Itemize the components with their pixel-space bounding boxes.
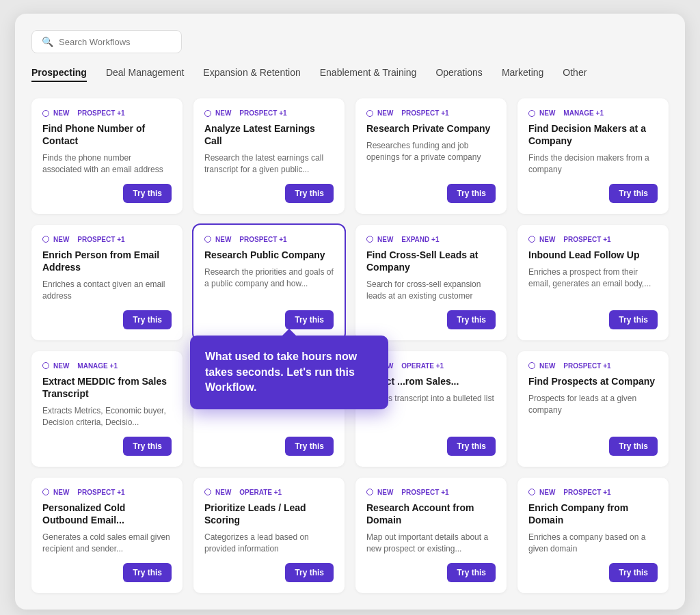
tag-icon [528,110,535,117]
tooltip-overlay: What used to take hours now takes second… [190,336,388,409]
card-tags: NEWPROSPECT +1 [42,109,172,117]
try-this-button[interactable]: Try this [447,563,496,582]
tag-dot [42,110,49,117]
card-tags: NEWMANAGE +1 [42,362,172,370]
tag-icon [528,362,535,369]
card-description: Enriches a prospect from their email, ge… [528,266,658,302]
tag-dot [528,489,535,495]
try-this-button[interactable]: Try this [609,310,658,329]
workflow-card-8: NEWMANAGE +1Extract MEDDIC from Sales Tr… [31,351,183,467]
tag-icon [366,489,373,495]
tag-dot [42,236,49,243]
workflow-card-5: NEWPROSPECT +1Research Public CompanyRes… [193,225,345,340]
card-tags: NEWPROSPECT +1 [204,109,334,117]
workflow-card-14: NEWPROSPECT +1Research Account from Doma… [355,478,507,593]
try-this-button[interactable]: Try this [123,563,172,582]
card-description: Generates a cold sales email given recip… [42,532,172,555]
workflow-card-3: NEWMANAGE +1Find Decision Makers at a Co… [517,98,669,214]
nav-tab-enablement---training[interactable]: Enablement & Training [320,67,417,82]
try-this-button[interactable]: Try this [123,437,172,456]
workflow-card-0: NEWPROSPECT +1Find Phone Number of Conta… [31,98,183,214]
nav-tab-prospecting[interactable]: Prospecting [31,67,87,82]
tag-icon [42,362,49,369]
tag-category: PROSPECT +1 [77,109,124,117]
card-tags: NEWPROSPECT +1 [366,489,496,496]
card-tags: NEWPROSPECT +1 [528,489,658,496]
card-title: Research Private Company [366,122,496,135]
tag-category: OPERATE +1 [239,489,282,496]
try-this-button[interactable]: Try this [447,310,496,329]
card-tags: NEWPROSPECT +1 [42,489,172,496]
tag-icon [528,489,535,495]
workflow-card-1: NEWPROSPECT +1Analyze Latest Earnings Ca… [193,98,345,214]
card-description: Map out important details about a new pr… [366,532,496,555]
tag-category: EXPAND +1 [401,236,439,243]
tag-new: NEW [53,489,69,496]
card-description: Finds the phone number associated with a… [42,152,172,176]
workflow-card-12: NEWPROSPECT +1Personalized Cold Outbound… [31,478,183,593]
card-description: Prospects for leads at a given company [528,393,658,428]
workflow-card-13: NEWOPERATE +1Prioritize Leads / Lead Sco… [193,478,345,593]
tag-new: NEW [53,109,69,117]
try-this-button[interactable]: Try this [609,563,658,582]
try-this-button[interactable]: Try this [447,184,496,203]
nav-tabs: ProspectingDeal ManagementExpansion & Re… [31,67,669,82]
tag-new: NEW [539,489,555,496]
try-this-button[interactable]: Try this [609,437,658,456]
card-title: Find Prospects at Company [528,375,658,387]
tag-category: PROSPECT +1 [401,489,448,496]
card-description: Research the priorities and goals of a p… [204,266,334,302]
tag-icon [42,236,49,243]
tag-new: NEW [377,236,393,243]
workflow-card-4: NEWPROSPECT +1Enrich Person from Email A… [31,225,183,340]
try-this-button[interactable]: Try this [285,563,334,582]
nav-tab-operations[interactable]: Operations [435,67,482,82]
workflow-card-6: NEWEXPAND +1Find Cross-Sell Leads at Com… [355,225,507,340]
try-this-button[interactable]: Try this [123,184,172,203]
nav-tab-expansion---retention[interactable]: Expansion & Retention [203,67,300,82]
search-input[interactable] [59,37,172,47]
card-description: Extracts Metrics, Economic buyer, Decisi… [42,405,172,428]
card-description: Researches funding and job openings for … [366,140,496,176]
tag-category: PROSPECT +1 [239,236,286,243]
try-this-button[interactable]: Try this [285,184,334,203]
card-description: Enriches a contact given an email addres… [42,279,172,302]
card-title: Extract MEDDIC from Sales Transcript [42,375,172,400]
search-bar[interactable]: 🔍 [31,30,182,53]
workflow-card-15: NEWPROSPECT +1Enrich Company from Domain… [517,478,669,593]
tag-dot [204,489,211,495]
card-title: Research Account from Domain [366,502,496,526]
card-tags: NEWPROSPECT +1 [528,362,658,370]
tag-dot [366,236,373,243]
card-title: Inbound Lead Follow Up [528,249,658,261]
card-tags: NEWPROSPECT +1 [204,236,334,243]
card-description: Search for cross-sell expansion leads at… [366,279,496,302]
try-this-button[interactable]: Try this [123,310,172,329]
try-this-button[interactable]: Try this [609,184,658,203]
nav-tab-deal-management[interactable]: Deal Management [106,67,184,82]
card-title: Personalized Cold Outbound Email... [42,502,172,526]
card-title: Prioritize Leads / Lead Scoring [204,502,334,526]
tag-category: PROSPECT +1 [563,489,610,496]
tag-new: NEW [539,362,555,370]
card-tags: NEWOPERATE +1 [204,489,334,496]
workflow-card-7: NEWPROSPECT +1Inbound Lead Follow UpEnri… [517,225,669,340]
tag-dot [528,110,535,117]
card-title: Research Public Company [204,249,334,261]
tag-dot [204,236,211,243]
tag-category: MANAGE +1 [563,109,604,117]
tag-category: PROSPECT +1 [563,362,610,370]
card-tags: NEWPROSPECT +1 [42,236,172,243]
tag-icon [204,236,211,243]
try-this-button[interactable]: Try this [447,437,496,456]
tag-new: NEW [539,236,555,243]
tag-dot [42,362,49,369]
tag-category: PROSPECT +1 [239,109,286,117]
try-this-button[interactable]: Try this [285,310,334,329]
tag-icon [42,489,49,495]
try-this-button[interactable]: Try this [285,437,334,456]
card-tags: NEWPROSPECT +1 [366,109,496,117]
nav-tab-marketing[interactable]: Marketing [502,67,543,82]
nav-tab-other[interactable]: Other [563,67,587,82]
card-description: Enriches a company based on a given doma… [528,532,658,555]
